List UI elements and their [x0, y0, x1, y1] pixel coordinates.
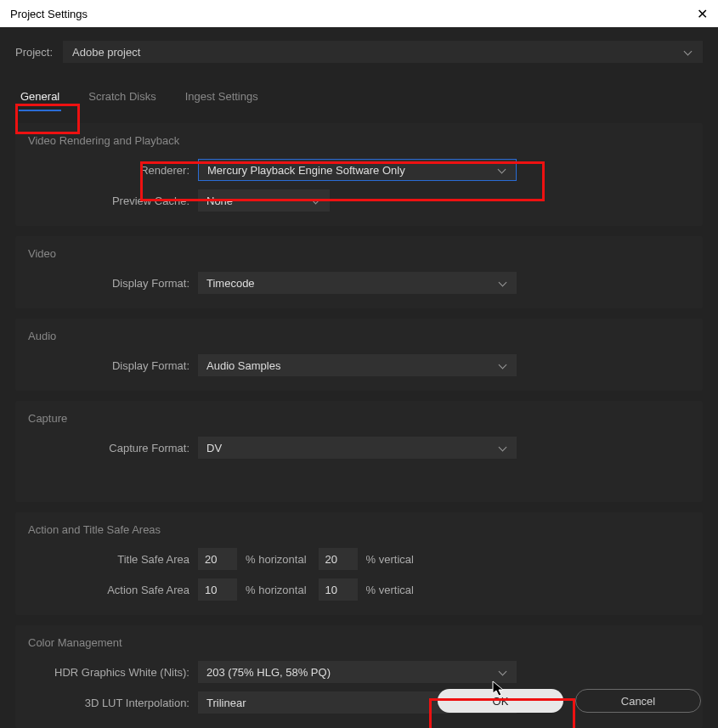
group-audio: Audio Display Format: Audio Samples [15, 319, 703, 391]
title-safe-label: Title Safe Area [28, 553, 198, 566]
hdr-white-label: HDR Graphics White (Nits): [28, 666, 198, 679]
project-label: Project: [15, 46, 53, 59]
chevron-down-icon [313, 196, 321, 205]
chevron-down-icon [500, 443, 508, 452]
dialog-body: Project: Adobe project General Scratch D… [0, 27, 718, 728]
tab-scratch-disks[interactable]: Scratch Disks [87, 85, 157, 111]
video-display-format-value: Timecode [206, 277, 255, 290]
group-capture: Capture Capture Format: DV [15, 401, 703, 502]
title-safe-v-input[interactable]: 20 [319, 548, 358, 570]
group-title: Action and Title Safe Areas [28, 523, 690, 536]
chevron-down-icon [499, 166, 507, 174]
audio-display-format-select[interactable]: Audio Samples [198, 354, 517, 376]
group-video: Video Display Format: Timecode [15, 236, 703, 308]
group-title: Capture [28, 412, 690, 425]
hdr-white-value: 203 (75% HLG, 58% PQ) [206, 666, 331, 679]
video-display-format-label: Display Format: [28, 277, 198, 290]
lut-interpolation-value: Trilinear [206, 697, 246, 709]
tab-general[interactable]: General [19, 85, 61, 111]
chevron-down-icon [500, 668, 508, 676]
preview-cache-label: Preview Cache: [28, 195, 198, 207]
action-safe-label: Action Safe Area [28, 584, 198, 596]
ok-button[interactable]: OK [438, 689, 563, 713]
group-title: Video [28, 247, 690, 260]
renderer-select[interactable]: Mercury Playback Engine Software Only [198, 159, 517, 181]
capture-format-select[interactable]: DV [198, 437, 517, 459]
chevron-down-icon [500, 361, 508, 370]
preview-cache-value: None [206, 195, 233, 207]
tab-ingest-settings[interactable]: Ingest Settings [184, 85, 260, 111]
window-title: Project Settings [10, 8, 88, 20]
renderer-value: Mercury Playback Engine Software Only [207, 164, 405, 177]
pct-horizontal-label: % horizontal [246, 553, 307, 566]
pct-vertical-label: % vertical [366, 584, 414, 596]
tabs: General Scratch Disks Ingest Settings [15, 85, 703, 111]
group-video-rendering: Video Rendering and Playback Renderer: M… [15, 123, 703, 226]
pct-horizontal-label: % horizontal [246, 584, 307, 596]
audio-display-format-label: Display Format: [28, 359, 198, 372]
action-safe-h-input[interactable]: 10 [198, 578, 237, 601]
close-icon[interactable]: ✕ [697, 6, 708, 22]
chevron-down-icon [685, 48, 693, 56]
preview-cache-select[interactable]: None [198, 189, 330, 212]
capture-format-value: DV [206, 442, 222, 454]
capture-format-label: Capture Format: [28, 442, 198, 454]
audio-display-format-value: Audio Samples [206, 359, 280, 372]
project-select-value: Adobe project [72, 46, 140, 59]
hdr-white-select[interactable]: 203 (75% HLG, 58% PQ) [198, 661, 517, 683]
chevron-down-icon [500, 279, 508, 287]
group-title: Color Management [28, 636, 690, 649]
renderer-label: Renderer: [28, 164, 198, 177]
lut-interpolation-label: 3D LUT Interpolation: [28, 697, 198, 709]
group-safe-areas: Action and Title Safe Areas Title Safe A… [15, 512, 703, 615]
title-safe-h-input[interactable]: 20 [198, 548, 237, 570]
group-title: Audio [28, 330, 690, 342]
group-title: Video Rendering and Playback [28, 134, 690, 147]
pct-vertical-label: % vertical [366, 553, 414, 566]
project-select[interactable]: Adobe project [63, 41, 703, 63]
video-display-format-select[interactable]: Timecode [198, 272, 517, 294]
titlebar: Project Settings ✕ [0, 0, 718, 27]
action-safe-v-input[interactable]: 10 [319, 578, 358, 601]
dialog-buttons: OK Cancel [438, 689, 701, 713]
cancel-button[interactable]: Cancel [575, 689, 701, 713]
